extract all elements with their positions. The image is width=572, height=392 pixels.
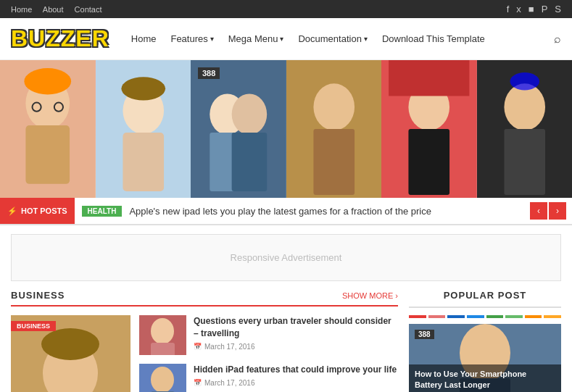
dot-4 (467, 315, 484, 318)
social-icons: f x ■ P S (507, 4, 561, 14)
hero-slide-5[interactable] (381, 60, 477, 198)
dot-8 (544, 315, 561, 318)
badge-388: 388 (198, 67, 220, 79)
popular-post-title-1: How to Use Your Smartphone Battery Last … (415, 369, 555, 390)
sidebar-title: POPULAR POST (444, 290, 527, 301)
top-bar: Home About Contact f x ■ P S (0, 0, 572, 18)
article-title-2[interactable]: Hidden iPad features that could improve … (194, 364, 398, 376)
article-thumb-2 (139, 364, 186, 392)
header: BUZZER Home Features Mega Menu Documenta… (0, 18, 572, 60)
svg-point-3 (24, 68, 71, 94)
article-info-2: Hidden iPad features that could improve … (194, 364, 398, 387)
article-date-1: March 17, 2016 (194, 343, 398, 351)
svg-rect-22 (389, 60, 469, 96)
main-content: BUSINESS SHOW MORE › BUSINESS (11, 290, 398, 392)
pinterest-icon[interactable]: P (542, 4, 548, 14)
hero-slide-2[interactable] (96, 60, 191, 198)
article-title-1[interactable]: Questions every urban traveler should co… (194, 315, 398, 340)
popular-post-featured[interactable]: 388 How to Use Your Smartphone Battery L… (409, 324, 561, 392)
dot-1 (409, 315, 426, 318)
nav-about-top[interactable]: About (43, 5, 64, 14)
hot-posts-text: HOT POSTS (21, 207, 67, 215)
logo[interactable]: BUZZER (11, 25, 109, 52)
ticker-next[interactable]: › (549, 202, 566, 220)
bolt-icon: ⚡ (7, 207, 17, 216)
popular-post-overlay: How to Use Your Smartphone Battery Last … (409, 364, 561, 392)
article-item: Questions every urban traveler should co… (139, 315, 398, 355)
svg-point-9 (121, 77, 165, 100)
nav-home[interactable]: Home (131, 33, 157, 44)
svg-rect-18 (313, 129, 355, 195)
dot-3 (447, 315, 465, 318)
svg-point-36 (151, 367, 174, 392)
svg-rect-8 (123, 133, 164, 191)
nav-features[interactable]: Features (170, 33, 213, 44)
hero-slide-1[interactable] (0, 60, 96, 198)
svg-rect-14 (232, 133, 268, 191)
ticker-bar: ⚡ HOT POSTS HEALTH Apple's new ipad lets… (0, 198, 572, 225)
hot-posts-label: ⚡ HOT POSTS (0, 198, 75, 224)
ticker-nav: ‹ › (530, 202, 566, 220)
top-bar-links: Home About Contact (11, 5, 111, 14)
ticker-prev[interactable]: ‹ (530, 202, 547, 220)
health-badge[interactable]: HEALTH (82, 206, 123, 217)
dot-6 (505, 315, 523, 318)
ad-banner-text: Responsive Advertisement (231, 252, 342, 263)
nav-contact-top[interactable]: Contact (75, 5, 102, 14)
nav-download[interactable]: Download This Template (382, 33, 485, 44)
skype-icon[interactable]: S (555, 4, 561, 14)
content-area: BUSINESS SHOW MORE › BUSINESS (0, 290, 572, 392)
svg-point-24 (504, 83, 545, 130)
hero-slide-4[interactable] (286, 60, 382, 198)
svg-point-30 (41, 328, 99, 360)
nav-documentation[interactable]: Documentation (298, 33, 367, 44)
featured-badge: BUSINESS (11, 321, 56, 331)
instagram-icon[interactable]: ■ (529, 4, 534, 14)
hero-slide-3[interactable]: 388 (191, 60, 286, 198)
section-title: BUSINESS (11, 290, 65, 301)
business-section-header: BUSINESS SHOW MORE › (11, 290, 398, 306)
article-date-2: March 17, 2016 (194, 379, 398, 387)
svg-point-17 (313, 83, 355, 130)
featured-image: BUSINESS (11, 315, 130, 392)
nav-home-top[interactable]: Home (11, 5, 32, 14)
sidebar: POPULAR POST 388 How to Use Your Smartph… (409, 290, 561, 392)
hero-slider: 388 (0, 60, 572, 198)
featured-article[interactable]: BUSINESS (11, 315, 130, 392)
svg-rect-34 (151, 343, 175, 355)
dot-7 (525, 315, 542, 318)
show-more-link[interactable]: SHOW MORE › (342, 291, 398, 300)
facebook-icon[interactable]: f (507, 4, 510, 14)
ad-banner: Responsive Advertisement (11, 234, 561, 281)
article-item: Hidden iPad features that could improve … (139, 364, 398, 392)
dot-5 (486, 315, 504, 318)
article-thumb-1 (139, 315, 186, 355)
sidebar-section-header: POPULAR POST (409, 290, 561, 308)
dot-2 (428, 315, 446, 318)
svg-point-33 (151, 318, 174, 344)
hero-slide-6[interactable] (477, 60, 573, 198)
svg-point-26 (510, 72, 539, 90)
svg-rect-25 (504, 129, 545, 195)
logo-text: BUZZER (11, 25, 109, 51)
article-info-1: Questions every urban traveler should co… (194, 315, 398, 351)
twitter-icon[interactable]: x (516, 4, 521, 14)
ticker-text: Apple's new ipad lets you play the lates… (129, 206, 530, 217)
svg-rect-21 (408, 129, 449, 195)
nav-mega-menu[interactable]: Mega Menu (228, 33, 284, 44)
main-nav: Home Features Mega Menu Documentation Do… (131, 33, 554, 44)
search-icon[interactable]: ⌕ (554, 33, 561, 46)
svg-rect-2 (25, 125, 70, 184)
sidebar-dots (409, 315, 561, 318)
article-list: Questions every urban traveler should co… (139, 315, 398, 392)
business-layout: BUSINESS Questions every urban traveler … (11, 315, 398, 392)
badge-388-sidebar: 388 (415, 330, 434, 339)
svg-point-13 (232, 93, 268, 135)
